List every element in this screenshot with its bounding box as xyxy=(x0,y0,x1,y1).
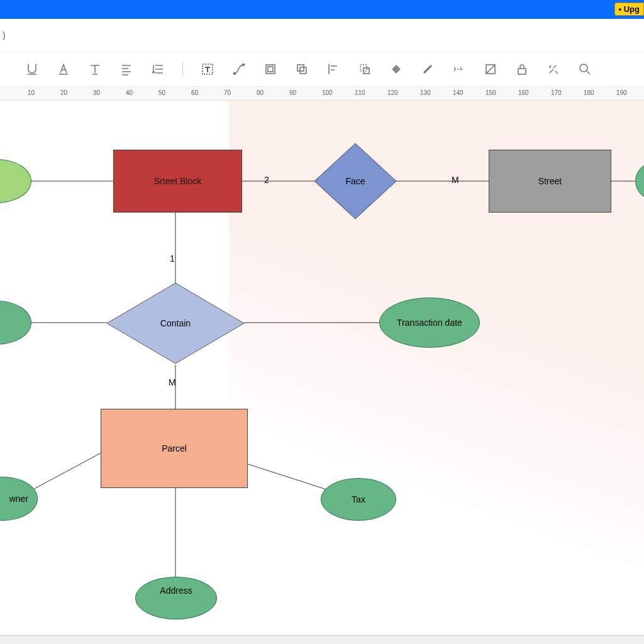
fill-icon[interactable] xyxy=(389,62,403,76)
svg-point-11 xyxy=(580,64,587,72)
opacity-icon[interactable] xyxy=(484,62,497,76)
upgrade-button[interactable]: • Upg xyxy=(614,3,644,16)
svg-rect-3 xyxy=(266,65,275,74)
upgrade-label: Upg xyxy=(624,4,640,14)
svg-line-21 xyxy=(25,450,107,494)
frame-icon[interactable] xyxy=(264,62,277,76)
entity-parcel[interactable]: Parcel xyxy=(101,409,248,488)
text-box-icon[interactable] xyxy=(201,62,214,76)
title-suffix: ) xyxy=(3,30,6,40)
text-style-icon[interactable] xyxy=(88,62,102,76)
line-spacing-icon[interactable] xyxy=(151,62,165,76)
svg-rect-5 xyxy=(297,65,304,71)
diagram-canvas[interactable]: Srteet Block Face Street 2 M 1 M Contain… xyxy=(0,101,644,644)
entity-street-block[interactable]: Srteet Block xyxy=(113,150,242,213)
align-icon[interactable] xyxy=(119,62,133,76)
card-face-street: M xyxy=(452,175,459,185)
title-bar: ) xyxy=(0,19,644,52)
align-left-icon[interactable] xyxy=(326,62,340,76)
font-color-icon[interactable] xyxy=(57,62,70,76)
app-header: • Upg xyxy=(0,0,644,19)
arrow-style-icon[interactable] xyxy=(452,62,466,76)
relationship-contain[interactable]: Contain xyxy=(107,283,244,364)
underline-icon[interactable] xyxy=(25,62,39,76)
copy-icon[interactable] xyxy=(295,62,309,76)
entity-street[interactable]: Street xyxy=(489,150,611,213)
svg-rect-4 xyxy=(268,67,273,72)
stroke-icon[interactable] xyxy=(421,62,435,76)
svg-rect-6 xyxy=(300,67,306,74)
lock-icon[interactable] xyxy=(515,62,529,76)
svg-point-2 xyxy=(243,64,245,65)
format-toolbar xyxy=(0,52,644,87)
horizontal-scrollbar[interactable] xyxy=(0,635,644,644)
tools-icon[interactable] xyxy=(547,62,560,76)
connector-icon[interactable] xyxy=(232,62,246,76)
search-icon[interactable] xyxy=(578,62,592,76)
attribute-transaction-date[interactable]: Transaction date xyxy=(379,297,480,348)
separator xyxy=(182,62,183,76)
horizontal-ruler: 0102030405060708090100110120130140150160… xyxy=(0,87,644,101)
card-block-contain: 1 xyxy=(170,253,175,264)
svg-rect-10 xyxy=(518,69,526,74)
attribute-tax[interactable]: Tax xyxy=(321,478,396,521)
card-contain-parcel: M xyxy=(169,377,176,387)
svg-point-1 xyxy=(234,72,236,74)
group-icon[interactable] xyxy=(358,62,372,76)
attribute-address[interactable]: Address xyxy=(135,577,217,619)
card-block-face: 2 xyxy=(264,175,269,185)
relationship-face[interactable]: Face xyxy=(314,143,396,219)
